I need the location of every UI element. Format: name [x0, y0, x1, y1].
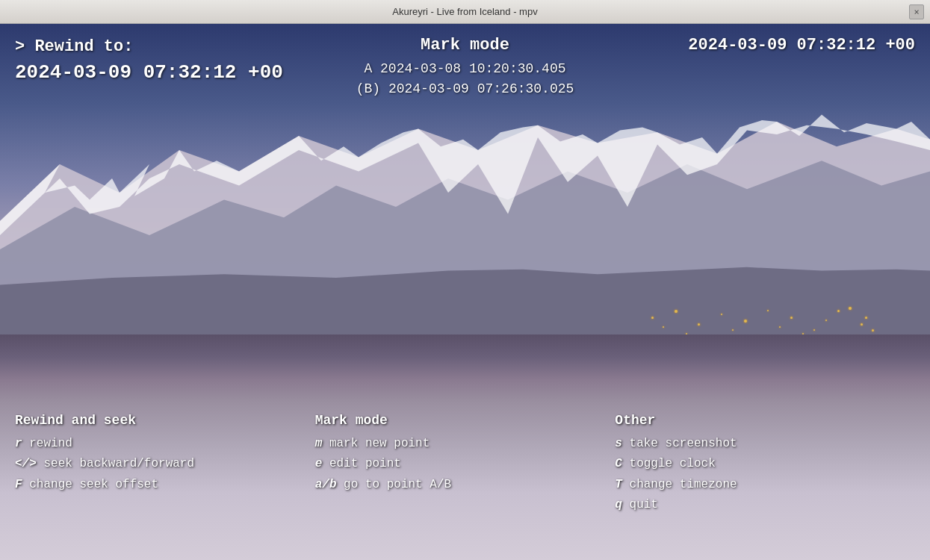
key-f-desc: change seek offset: [29, 478, 158, 491]
mark-mode-panel: Mark mode A 2024-03-08 10:20:30.405 (B) …: [356, 36, 574, 99]
window-title: Akureyri - Live from Iceland - mpv: [392, 6, 537, 17]
help-row-e: e edit point: [315, 454, 616, 474]
key-e: e: [315, 457, 323, 470]
current-timestamp: 2024-03-09 07:32:12 +00: [688, 36, 915, 55]
mark-mode-title: Mark mode: [356, 36, 574, 55]
help-section-mark: Mark mode m mark new point e edit point …: [315, 413, 616, 515]
help-row-ab: a/b go to point A/B: [315, 475, 616, 495]
key-r-desc: rewind: [29, 437, 72, 450]
help-overlay: Rewind and seek r rewind </> seek backwa…: [15, 413, 915, 515]
key-r: r: [15, 437, 22, 450]
key-s: s: [615, 437, 622, 450]
key-t-desc: change timezone: [630, 478, 737, 491]
key-t: T: [615, 478, 622, 491]
help-row-m: m mark new point: [315, 434, 616, 454]
close-button[interactable]: ×: [909, 4, 924, 19]
help-section-mark-title: Mark mode: [315, 413, 616, 428]
mark-point-a: A 2024-03-08 10:20:30.405: [356, 59, 574, 79]
help-row-r: r rewind: [15, 434, 315, 454]
help-row-c: C toggle clock: [615, 454, 915, 474]
rewind-label: > Rewind to:: [15, 36, 283, 59]
rewind-timestamp-text: 2024-03-09 07:32:12 +00: [15, 61, 283, 84]
video-area: > Rewind to: 2024-03-09 07:32:12 +00 Mar…: [0, 24, 930, 560]
osd-overlay: > Rewind to: 2024-03-09 07:32:12 +00 Mar…: [0, 24, 930, 560]
help-row-t: T change timezone: [615, 475, 915, 495]
key-m-desc: mark new point: [329, 437, 430, 450]
key-q-desc: quit: [630, 498, 658, 511]
titlebar: Akureyri - Live from Iceland - mpv ×: [0, 0, 930, 24]
mark-point-b: (B) 2024-03-09 07:26:30.025: [356, 79, 574, 99]
rewind-info: > Rewind to: 2024-03-09 07:32:12 +00: [15, 36, 283, 86]
help-section-other-title: Other: [615, 413, 915, 428]
key-f: F: [15, 478, 22, 491]
help-row-f: F change seek offset: [15, 475, 315, 495]
key-seek-desc: seek backward/forward: [43, 457, 194, 470]
key-ab-desc: go to point A/B: [344, 478, 451, 491]
help-section-rewind-title: Rewind and seek: [15, 413, 315, 428]
key-m: m: [315, 437, 323, 450]
key-c-desc: toggle clock: [630, 457, 716, 470]
help-row-seek: </> seek backward/forward: [15, 454, 315, 474]
current-time-display: 2024-03-09 07:32:12 +00: [688, 36, 915, 55]
help-row-q: q quit: [615, 495, 915, 515]
key-c: C: [615, 457, 622, 470]
key-ab: a/b: [315, 478, 337, 491]
help-section-other: Other s take screenshot C toggle clock T…: [615, 413, 915, 515]
key-e-desc: edit point: [329, 457, 401, 470]
help-row-s: s take screenshot: [615, 434, 915, 454]
key-q: q: [615, 498, 622, 511]
rewind-timestamp: 2024-03-09 07:32:12 +00: [15, 59, 283, 86]
help-section-rewind: Rewind and seek r rewind </> seek backwa…: [15, 413, 315, 515]
key-seek: </>: [15, 457, 37, 470]
key-s-desc: take screenshot: [630, 437, 737, 450]
